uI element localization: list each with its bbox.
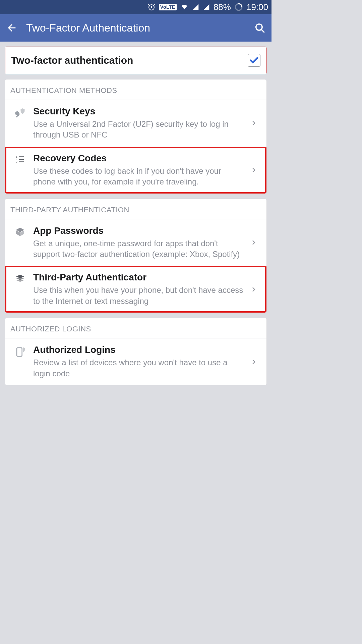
battery-ring-icon [234, 3, 243, 11]
layers-icon [9, 272, 31, 284]
content: Two-factor authentication AUTHENTICATION… [0, 42, 272, 390]
volte-icon: VoLTE [159, 4, 177, 10]
svg-text:3: 3 [16, 160, 17, 163]
authorized-logins-header: AUTHORIZED LOGINS [5, 318, 266, 338]
chevron-right-icon [247, 167, 260, 173]
alarm-icon [147, 3, 156, 11]
signal-icon-2 [203, 4, 210, 10]
app-bar: Two-Factor Authentication [0, 14, 272, 42]
authorized-logins-card: AUTHORIZED LOGINS Authorized Logins Revi… [5, 318, 267, 385]
authentication-methods-card: AUTHENTICATION METHODS Security Keys Use… [5, 79, 267, 194]
third-party-authenticator-title: Third-Party Authenticator [33, 272, 245, 283]
two-factor-toggle-label: Two-factor authentication [11, 55, 248, 66]
authorized-logins-row[interactable]: Authorized Logins Review a list of devic… [5, 338, 266, 385]
recovery-codes-title: Recovery Codes [33, 153, 245, 164]
security-keys-desc: Use a Universal 2nd Factor (U2F) securit… [33, 119, 245, 141]
authentication-methods-header: AUTHENTICATION METHODS [5, 79, 266, 100]
recovery-codes-desc: Use these codes to log back in if you do… [33, 166, 245, 187]
chevron-right-icon [247, 120, 260, 126]
authorized-logins-title: Authorized Logins [33, 344, 245, 355]
security-keys-row[interactable]: Security Keys Use a Universal 2nd Factor… [5, 100, 266, 147]
search-button[interactable] [254, 22, 265, 34]
third-party-authentication-header: THIRD-PARTY AUTHENTICATION [5, 199, 266, 219]
chevron-right-icon [247, 239, 260, 246]
key-shield-icon [9, 106, 31, 119]
authorized-logins-desc: Review a list of devices where you won't… [33, 357, 245, 379]
third-party-authenticator-desc: Use this when you have your phone, but d… [33, 285, 245, 307]
device-shield-icon [9, 344, 31, 357]
page-title: Two-Factor Authentication [26, 22, 245, 34]
recovery-codes-row[interactable]: 123 Recovery Codes Use these codes to lo… [5, 147, 266, 194]
two-factor-toggle-card[interactable]: Two-factor authentication [5, 46, 267, 74]
app-passwords-title: App Passwords [33, 225, 245, 236]
clock-time: 19:00 [246, 2, 268, 12]
cube-icon [9, 225, 31, 237]
svg-point-2 [256, 24, 262, 30]
app-passwords-desc: Get a unique, one-time password for apps… [33, 238, 245, 260]
two-factor-checkbox[interactable] [248, 54, 260, 67]
chevron-right-icon [247, 286, 260, 292]
third-party-authentication-card: THIRD-PARTY AUTHENTICATION App Passwords… [5, 199, 267, 313]
back-button[interactable] [6, 22, 17, 34]
signal-icon-1 [192, 4, 199, 10]
numbered-list-icon: 123 [9, 153, 31, 164]
wifi-icon [180, 4, 189, 10]
battery-percent: 88% [214, 2, 231, 12]
security-keys-title: Security Keys [33, 106, 245, 117]
chevron-right-icon [247, 359, 260, 365]
svg-rect-6 [17, 348, 22, 357]
status-bar: VoLTE 88% 19:00 [0, 0, 272, 14]
app-passwords-row[interactable]: App Passwords Get a unique, one-time pas… [5, 219, 266, 266]
third-party-authenticator-row[interactable]: Third-Party Authenticator Use this when … [5, 266, 266, 313]
